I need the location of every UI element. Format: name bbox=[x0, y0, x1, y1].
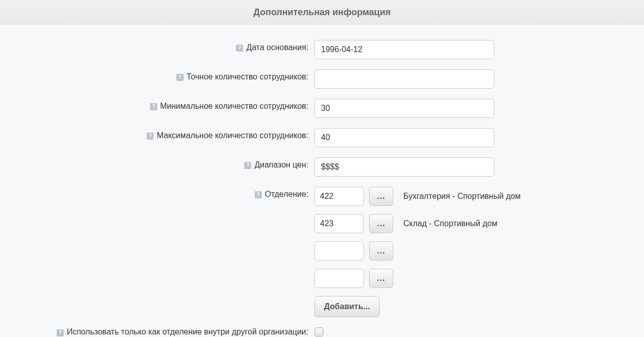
department-row: ... bbox=[314, 269, 521, 288]
help-icon[interactable]: ? bbox=[236, 45, 243, 52]
founding-date-input[interactable] bbox=[314, 40, 494, 59]
help-icon[interactable]: ? bbox=[244, 162, 251, 169]
label-exact-employees: ? Точное количество сотрудников: bbox=[5, 69, 314, 89]
label-price-range: ? Диапазон цен: bbox=[5, 157, 314, 177]
help-icon[interactable]: ? bbox=[150, 103, 157, 110]
label-text: Точное количество сотрудников: bbox=[187, 72, 308, 81]
row-min-employees: ? Минимальное количество сотрудников: bbox=[5, 99, 639, 118]
row-max-employees: ? Максимальное количество сотрудников: bbox=[5, 128, 639, 147]
department-row: ... Склад - Спортивный дом bbox=[314, 214, 521, 233]
department-picker-button[interactable]: ... bbox=[369, 241, 393, 261]
label-text: Максимальное количество сотрудников: bbox=[157, 131, 308, 140]
label-subdepartment: ? Использовать только как отделение внут… bbox=[5, 327, 314, 336]
label-text: Дата основания: bbox=[246, 43, 308, 52]
label-max-employees: ? Максимальное количество сотрудников: bbox=[5, 128, 314, 147]
subdepartment-checkbox[interactable] bbox=[314, 327, 324, 336]
price-range-input[interactable] bbox=[314, 157, 494, 177]
min-employees-input[interactable] bbox=[314, 99, 494, 118]
row-price-range: ? Диапазон цен: bbox=[5, 157, 639, 177]
row-founding-date: ? Дата основания: bbox=[5, 40, 639, 59]
label-text: Диапазон цен: bbox=[254, 160, 308, 170]
department-row: ... Бухгалтерия - Спортивный дом bbox=[314, 187, 521, 206]
label-department: ? Отделение: bbox=[5, 187, 314, 317]
help-icon[interactable]: ? bbox=[147, 133, 154, 140]
exact-employees-input[interactable] bbox=[314, 69, 494, 89]
department-picker-button[interactable]: ... bbox=[369, 214, 393, 233]
max-employees-input[interactable] bbox=[314, 128, 494, 147]
department-name-label: Бухгалтерия - Спортивный дом bbox=[403, 192, 521, 201]
label-text: Использовать только как отделение внутри… bbox=[67, 327, 308, 336]
department-id-input[interactable] bbox=[314, 241, 364, 261]
row-subdepartment: ? Использовать только как отделение внут… bbox=[5, 327, 639, 336]
help-icon[interactable]: ? bbox=[255, 191, 262, 198]
form-container: ? Дата основания: ? Точное количество со… bbox=[0, 25, 644, 337]
label-min-employees: ? Минимальное количество сотрудников: bbox=[5, 99, 314, 118]
label-text: Отделение: bbox=[265, 190, 308, 199]
label-founding-date: ? Дата основания: bbox=[5, 40, 314, 59]
help-icon[interactable]: ? bbox=[176, 74, 183, 81]
label-text: Минимальное количество сотрудников: bbox=[160, 102, 308, 111]
add-department-button[interactable]: Добавить... bbox=[314, 296, 380, 317]
help-icon[interactable]: ? bbox=[57, 329, 64, 336]
department-name-label: Склад - Спортивный дом bbox=[403, 219, 497, 228]
department-id-input[interactable] bbox=[314, 214, 364, 233]
row-department: ? Отделение: ... Бухгалтерия - Спортивны… bbox=[5, 187, 639, 317]
department-id-input[interactable] bbox=[314, 269, 364, 288]
department-picker-button[interactable]: ... bbox=[369, 187, 393, 206]
section-header: Дополнительная информация bbox=[0, 0, 644, 25]
department-picker-button[interactable]: ... bbox=[369, 269, 393, 288]
department-id-input[interactable] bbox=[314, 187, 364, 206]
row-exact-employees: ? Точное количество сотрудников: bbox=[5, 69, 639, 89]
department-row: ... bbox=[314, 241, 521, 261]
